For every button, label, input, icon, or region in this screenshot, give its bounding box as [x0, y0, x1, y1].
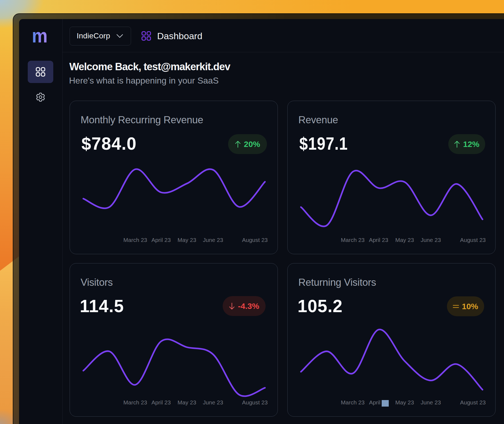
svg-text:m: m [32, 30, 48, 46]
